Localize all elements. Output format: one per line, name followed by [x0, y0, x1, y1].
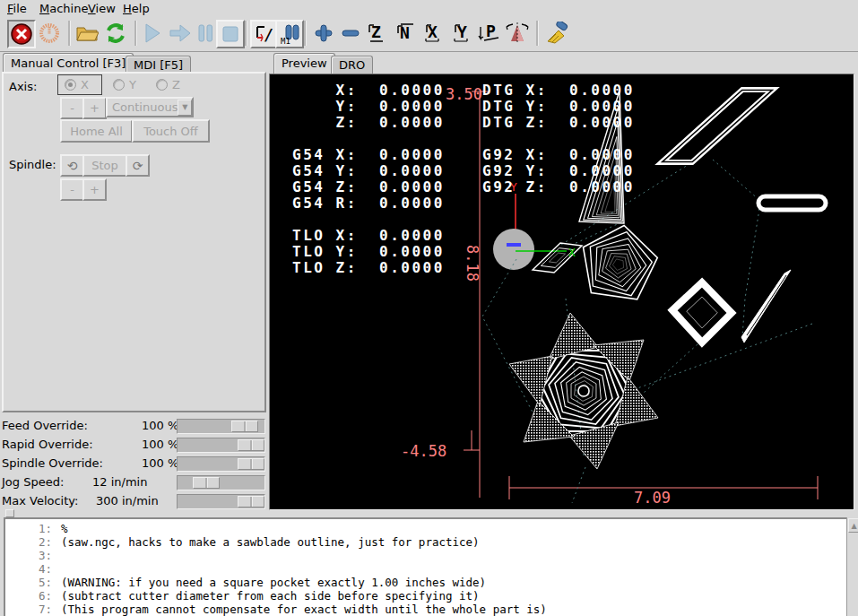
slider-handle[interactable]	[238, 458, 264, 470]
home-all-button[interactable]: Home All	[60, 119, 133, 143]
jog-speed-slider[interactable]	[177, 475, 265, 490]
toolbar-separator	[304, 21, 307, 46]
x-axis-label: X	[568, 246, 576, 259]
spindle-minus-button[interactable]: -	[60, 178, 84, 201]
dim-bottom-width: 7.09	[634, 489, 671, 507]
open-file-button[interactable]	[74, 20, 100, 47]
zoom-in-button[interactable]	[310, 20, 337, 47]
feed-override-label: Feed Override:	[2, 419, 88, 432]
stop-button[interactable]	[216, 20, 245, 48]
menu-view[interactable]: View	[84, 1, 119, 16]
optional-pause-m1-icon: M1	[279, 23, 300, 45]
pause-icon	[196, 23, 214, 43]
spindle-cw-button[interactable]: ⟳	[126, 154, 150, 177]
axis-x-text: X	[81, 78, 89, 91]
tab-preview[interactable]: Preview	[273, 53, 335, 74]
dim-bottom-left: -4.58	[401, 442, 446, 460]
tab-dro[interactable]: DRO	[331, 56, 373, 74]
menu-file[interactable]: File	[4, 1, 30, 16]
jog-speed-value: 12 in/min	[92, 475, 147, 489]
gcode-line[interactable]: 2:(saw.ngc, hacks to make a sawblade out…	[5, 535, 846, 549]
touch-off-button[interactable]: Touch Off	[132, 119, 210, 143]
step-button[interactable]	[167, 20, 194, 47]
toolbar-separator	[536, 21, 539, 46]
preview-canvas[interactable]: 3.50 8.18 -4.58 7.09 -0.10 -0.58 Y X X: …	[269, 74, 854, 510]
optional-pause-toggle[interactable]: M1	[275, 20, 304, 48]
front-view-button[interactable]: Y	[450, 20, 477, 47]
rotate-view-button[interactable]	[504, 20, 531, 47]
jog-minus-button[interactable]: -	[60, 97, 84, 119]
jog-speed-label: Jog Speed:	[2, 475, 64, 489]
rotated-top-view-icon: N	[395, 22, 417, 45]
pause-button[interactable]	[192, 20, 219, 47]
max-velocity-label: Max Velocity:	[2, 494, 78, 508]
spindle-stop-button[interactable]: Stop	[82, 154, 127, 177]
sawblade-teeth	[509, 313, 658, 469]
run-button[interactable]	[139, 20, 166, 47]
axis-radio-y[interactable]: Y	[113, 78, 136, 91]
dim-left-rotated: 8.18	[464, 245, 481, 282]
reload-button[interactable]	[102, 20, 129, 47]
perspective-view-p-icon: P	[477, 22, 502, 45]
slider-handle[interactable]	[238, 439, 264, 451]
max-velocity-slider[interactable]	[177, 494, 265, 509]
gcode-listing[interactable]: 1:% 2:(saw.ngc, hacks to make a sawblade…	[4, 517, 848, 616]
feed-override-slider[interactable]	[177, 419, 265, 434]
jog-mode-value: Continuous	[112, 100, 178, 114]
rapid-override-value: 100 %	[142, 438, 178, 451]
menu-bar: File Machine View Help	[0, 0, 858, 16]
zoom-in-icon	[314, 23, 334, 43]
gcode-line[interactable]: 6:(subtract cutter diameter from each si…	[5, 589, 846, 603]
pane-sash-grip[interactable]	[5, 509, 14, 517]
gcode-line[interactable]: 5:(WARNING: if you need a square pocket …	[5, 576, 846, 589]
spindle-ccw-button[interactable]: ⟲	[60, 154, 84, 177]
rotated-top-view-button[interactable]: N	[393, 20, 420, 47]
zoom-out-button[interactable]	[337, 20, 364, 47]
stop-icon	[221, 25, 239, 43]
tab-manual-control[interactable]: Manual Control [F3]	[3, 53, 134, 74]
estop-button[interactable]	[7, 20, 36, 48]
line-text: %	[61, 522, 68, 535]
top-view-z-icon: Z	[367, 22, 388, 45]
jog-plus-button[interactable]: +	[82, 97, 107, 119]
menu-help[interactable]: Help	[119, 1, 153, 16]
line-text: (subtract cutter diameter from each side…	[61, 589, 480, 603]
gcode-line[interactable]: 1:%	[5, 522, 846, 535]
gcode-scrollbar[interactable]: ▲	[846, 517, 858, 616]
line-number: 1:	[5, 522, 52, 535]
spindle-label: Spindle:	[9, 158, 56, 171]
line-number: 2:	[5, 535, 52, 549]
gcode-line[interactable]: 3:	[5, 549, 846, 562]
max-velocity-value: 300 in/min	[96, 494, 159, 508]
dro-readout-right: DTG X: 0.0000 DTG Y: 0.0000 DTG Z: 0.000…	[482, 82, 635, 195]
scrollbar-up-arrow-icon[interactable]: ▲	[848, 518, 858, 533]
toolbar-separator	[68, 21, 71, 46]
side-view-button[interactable]: X	[421, 20, 448, 47]
toolbar-separator	[134, 21, 137, 46]
spindle-override-slider[interactable]	[177, 456, 265, 472]
axis-z-text: Z	[172, 78, 180, 91]
jog-mode-combobox[interactable]: Continuous ▼	[106, 97, 194, 117]
machine-power-button[interactable]	[36, 20, 63, 47]
perspective-view-button[interactable]: P	[476, 20, 503, 47]
svg-text:/: /	[264, 26, 273, 44]
gcode-line[interactable]: 7:(This program cannot compensate for ex…	[5, 603, 846, 616]
radio-dot	[65, 79, 76, 91]
line-text: (WARNING: if you need a square pocket ex…	[61, 576, 486, 589]
clear-plot-button[interactable]	[543, 20, 570, 47]
top-view-button[interactable]: Z	[364, 20, 391, 47]
axis-label: Axis:	[9, 80, 37, 93]
step-icon	[169, 23, 192, 43]
reload-icon	[104, 22, 127, 45]
line-number: 6:	[5, 589, 52, 603]
axis-radio-z[interactable]: Z	[156, 78, 180, 91]
spindle-plus-button[interactable]: +	[82, 178, 107, 201]
slider-handle[interactable]	[193, 477, 220, 489]
axis-radio-x[interactable]: X	[65, 78, 89, 91]
slider-handle[interactable]	[231, 421, 258, 432]
gcode-line[interactable]: 4:	[5, 562, 846, 576]
spindle-override-label: Spindle Override:	[2, 456, 103, 470]
rapid-override-slider[interactable]	[177, 438, 265, 453]
run-icon	[143, 22, 162, 44]
slider-handle[interactable]	[238, 496, 264, 508]
